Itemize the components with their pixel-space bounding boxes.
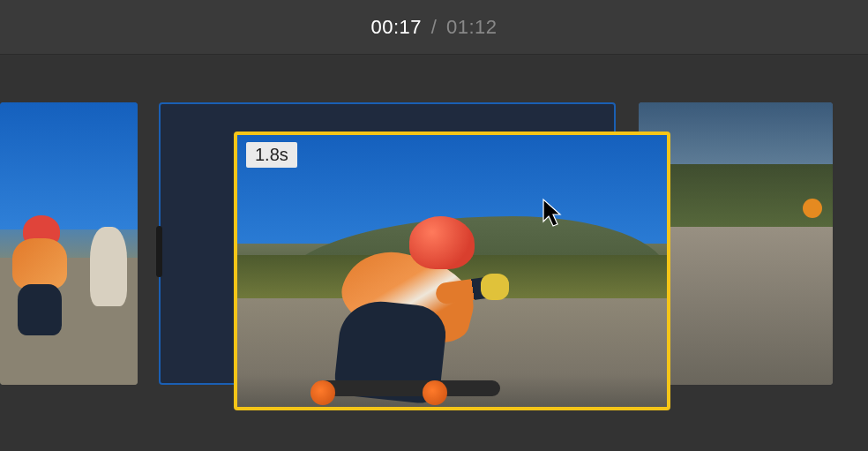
timeline-area[interactable]: 1.8s	[0, 55, 868, 451]
playhead-timecode: 00:17 / 01:12	[371, 16, 498, 39]
time-separator: /	[431, 16, 438, 38]
clip-duration-badge: 1.8s	[246, 142, 297, 168]
current-time: 00:17	[371, 16, 423, 38]
timeline-toolbar: 00:17 / 01:12	[0, 0, 868, 55]
total-duration: 01:12	[446, 16, 498, 38]
scroll-indicator[interactable]	[156, 226, 162, 277]
selected-clip[interactable]: 1.8s	[234, 132, 670, 410]
timeline-clip[interactable]	[0, 102, 138, 385]
